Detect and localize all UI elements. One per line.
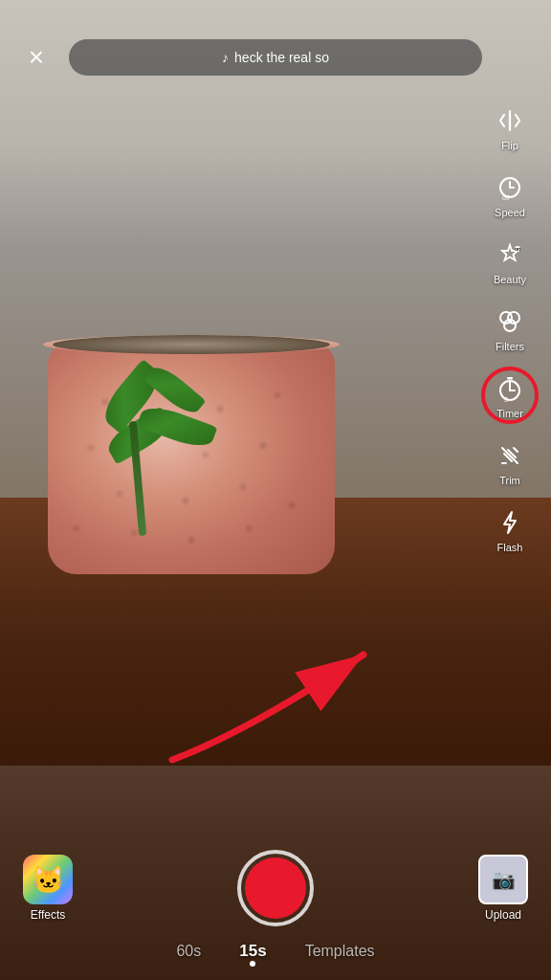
flip-icon xyxy=(493,103,527,138)
speed-icon: off xyxy=(493,170,527,205)
camera-preview xyxy=(0,96,551,766)
toolbar-item-filters[interactable]: Filters xyxy=(479,297,540,360)
duration-tab-60s[interactable]: 60s xyxy=(176,943,201,960)
timer-icon: 3 xyxy=(493,371,527,406)
filters-icon xyxy=(493,304,527,339)
upload-label: Upload xyxy=(485,908,521,922)
close-button[interactable]: × xyxy=(15,36,57,78)
record-button[interactable] xyxy=(237,850,314,926)
svg-text:off: off xyxy=(502,194,510,201)
right-toolbar: Flip off Speed on Beauty xyxy=(476,96,543,561)
svg-text:on: on xyxy=(515,246,520,252)
toolbar-item-trim[interactable]: Trim xyxy=(479,431,540,494)
speed-label: Speed xyxy=(495,207,525,218)
toolbar-item-flash[interactable]: Flash xyxy=(479,498,540,561)
flash-label: Flash xyxy=(497,542,523,553)
music-title: heck the real so xyxy=(234,50,329,65)
top-bar: × ♪ heck the real so xyxy=(0,0,551,96)
trim-icon xyxy=(493,438,527,473)
effects-button[interactable]: 🐱 Effects xyxy=(23,855,73,922)
timer-label: Timer xyxy=(496,408,523,419)
toolbar-item-flip[interactable]: Flip xyxy=(479,96,540,159)
toolbar-item-beauty[interactable]: on Beauty xyxy=(479,230,540,293)
flash-icon xyxy=(493,505,527,540)
duration-tabs: 60s 15s Templates xyxy=(0,934,551,980)
record-button-inner xyxy=(245,858,306,919)
upload-thumbnail: 📷 xyxy=(478,855,528,904)
beauty-label: Beauty xyxy=(494,274,526,285)
flip-label: Flip xyxy=(501,140,518,151)
record-button-container xyxy=(237,850,314,926)
bottom-actions: 🐱 Effects 📷 Upload xyxy=(0,850,551,926)
upload-button[interactable]: 📷 Upload xyxy=(478,855,528,922)
music-pill[interactable]: ♪ heck the real so xyxy=(69,39,482,76)
toolbar-item-timer[interactable]: 3 Timer xyxy=(479,364,540,427)
duration-tab-15s[interactable]: 15s xyxy=(239,942,266,961)
effects-icon: 🐱 xyxy=(23,855,73,904)
music-note-icon: ♪ xyxy=(222,50,229,65)
bottom-bar: 🐱 Effects 📷 Upload 60s 15s Templates xyxy=(0,850,551,980)
svg-rect-9 xyxy=(507,377,513,380)
effects-label: Effects xyxy=(31,908,65,922)
filters-label: Filters xyxy=(496,341,524,352)
svg-text:3: 3 xyxy=(504,396,508,402)
trim-label: Trim xyxy=(499,475,520,486)
toolbar-item-speed[interactable]: off Speed xyxy=(479,163,540,226)
beauty-icon: on xyxy=(493,237,527,272)
duration-tab-templates[interactable]: Templates xyxy=(305,943,375,960)
